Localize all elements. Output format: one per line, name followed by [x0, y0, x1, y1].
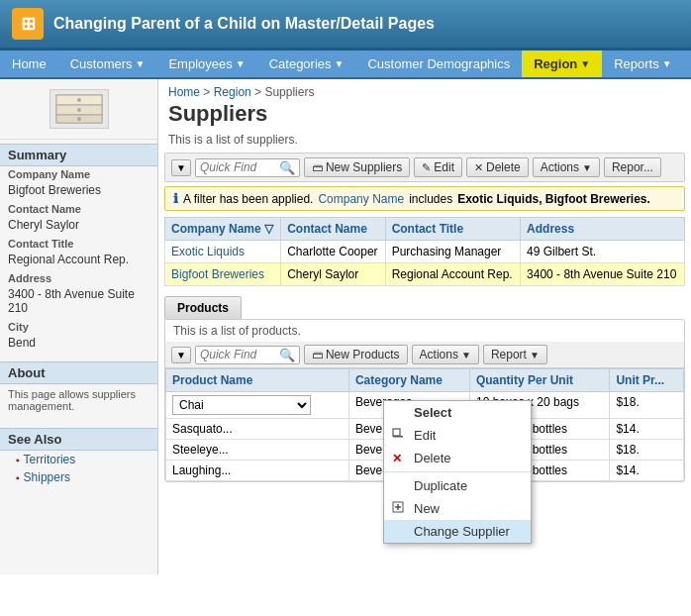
products-table-container: Product Name Category Name Quantity Per …	[165, 368, 684, 481]
sidebar-title-label: Contact Title	[0, 236, 157, 252]
product-name-cell: Laughing...	[166, 461, 349, 481]
app-title: Changing Parent of a Child on Master/Det…	[53, 15, 435, 33]
filter-field-link[interactable]: Company Name	[318, 192, 404, 206]
edit-icon-menu	[392, 428, 404, 443]
product-select[interactable]: Chai	[172, 395, 311, 415]
products-report-btn[interactable]: Report ▼	[483, 345, 547, 364]
col-title[interactable]: Contact Title	[385, 218, 520, 241]
toolbar-dropdown-btn[interactable]: ▼	[171, 159, 191, 176]
title-cell: Purchasing Manager	[385, 241, 520, 263]
context-menu-new[interactable]: New	[384, 497, 531, 520]
filter-bar: ℹ A filter has been applied. Company Nam…	[164, 186, 685, 211]
sidebar-city-label: City	[0, 319, 157, 335]
sidebar-city-value: Bend	[0, 335, 157, 354]
new-products-btn[interactable]: 🗃 New Products	[304, 345, 408, 364]
table-row: Exotic Liquids Charlotte Cooper Purchasi…	[165, 241, 685, 263]
sidebar-address-label: Address	[0, 270, 157, 286]
products-description: This is a list of products.	[165, 320, 684, 342]
products-tab[interactable]: Products	[164, 296, 242, 319]
nav-membership[interactable]: Membership	[684, 51, 691, 77]
nav-customers[interactable]: Customers▼	[58, 51, 157, 77]
sidebar-icon	[49, 89, 109, 129]
svg-point-5	[77, 108, 81, 112]
app-logo: ⊞	[12, 8, 44, 40]
delete-icon: ✕	[474, 161, 483, 174]
products-content: This is a list of products. ▼ 🔍 🗃 New Pr…	[164, 319, 685, 482]
col-qty[interactable]: Quantity Per Unit	[469, 369, 609, 392]
delete-icon-menu: ✕	[392, 452, 402, 465]
nav-categories[interactable]: Categories▼	[257, 51, 356, 77]
col-contact[interactable]: Contact Name	[281, 218, 385, 241]
sidebar-link-shippers[interactable]: Shippers	[0, 468, 157, 486]
sidebar-summary-title: Summary	[0, 144, 157, 166]
nav-customer-demographics[interactable]: Customer Demographics	[355, 51, 522, 77]
col-address[interactable]: Address	[521, 218, 685, 241]
products-search-input[interactable]	[200, 348, 279, 361]
edit-btn[interactable]: ✎ Edit	[414, 157, 462, 177]
products-actions-btn[interactable]: Actions ▼	[412, 345, 479, 364]
breadcrumb-region[interactable]: Region	[214, 85, 251, 99]
context-menu-select[interactable]: Select	[384, 401, 531, 424]
actions-btn[interactable]: Actions ▼	[533, 157, 600, 177]
sidebar-about-title: About	[0, 361, 157, 384]
breadcrumb: Home > Region > Suppliers	[158, 79, 691, 101]
context-menu-duplicate[interactable]: Duplicate	[384, 474, 531, 497]
sidebar-contact-label: Contact Name	[0, 201, 157, 217]
nav-reports[interactable]: Reports▼	[602, 51, 683, 77]
products-report-arrow: ▼	[530, 350, 540, 360]
new-products-icon: 🗃	[312, 349, 323, 360]
app-header: ⊞ Changing Parent of a Child on Master/D…	[0, 0, 691, 51]
col-price[interactable]: Unit Pr...	[610, 369, 684, 392]
sidebar-see-also-title: See Also	[0, 428, 157, 451]
suppliers-table-wrapper: Company Name ▽ Contact Name Contact Titl…	[164, 215, 685, 286]
svg-point-4	[77, 98, 81, 102]
search-box[interactable]: 🔍	[195, 158, 300, 177]
suppliers-table: Company Name ▽ Contact Name Contact Titl…	[164, 217, 685, 286]
col-category[interactable]: Category Name	[348, 369, 469, 392]
price-cell: $14.	[610, 461, 684, 481]
sidebar-icon-box	[0, 79, 157, 140]
col-product-name[interactable]: Product Name	[166, 369, 349, 392]
nav-bar: Home Customers▼ Employees▼ Categories▼ C…	[0, 51, 691, 79]
address-cell: 3400 - 8th Avenue Suite 210	[521, 263, 685, 286]
sidebar-see-also: See Also Territories Shippers	[0, 424, 157, 490]
context-menu: Select Edit ✕ Delete	[383, 400, 532, 544]
context-menu-change-supplier[interactable]: Change Supplier	[384, 520, 531, 543]
products-dropdown-btn[interactable]: ▼	[171, 347, 191, 363]
search-input[interactable]	[200, 160, 279, 174]
supplier-link-bigfoot[interactable]: Bigfoot Breweries	[171, 267, 264, 281]
context-menu-edit[interactable]: Edit	[384, 424, 531, 447]
sidebar-summary: Summary Company Name Bigfoot Breweries C…	[0, 140, 157, 358]
filter-values: Exotic Liquids, Bigfoot Breweries.	[457, 192, 650, 206]
menu-divider	[384, 471, 531, 472]
contact-cell: Charlotte Cooper	[281, 241, 385, 263]
search-icon: 🔍	[279, 160, 295, 175]
sidebar-contact-value: Cheryl Saylor	[0, 217, 157, 236]
nav-home[interactable]: Home	[0, 51, 58, 77]
delete-btn[interactable]: ✕ Delete	[466, 157, 529, 177]
breadcrumb-home[interactable]: Home	[168, 85, 200, 99]
actions-dropdown-icon: ▼	[582, 162, 592, 173]
context-menu-delete[interactable]: ✕ Delete	[384, 447, 531, 469]
sidebar-link-territories[interactable]: Territories	[0, 451, 157, 468]
new-suppliers-btn[interactable]: 🗃 New Suppliers	[304, 157, 410, 177]
main-layout: Summary Company Name Bigfoot Breweries C…	[0, 79, 691, 574]
sidebar-address-value: 3400 - 8th Avenue Suite 210	[0, 286, 157, 319]
nav-employees[interactable]: Employees▼	[156, 51, 256, 77]
products-search-box[interactable]: 🔍	[195, 346, 300, 364]
info-icon: ℹ	[173, 191, 178, 206]
supplier-link-exotic[interactable]: Exotic Liquids	[171, 245, 245, 258]
col-company[interactable]: Company Name ▽	[165, 218, 281, 241]
new-icon-menu	[392, 501, 404, 516]
content-area: Home > Region > Suppliers Suppliers This…	[158, 79, 691, 574]
page-title: Suppliers	[158, 101, 691, 133]
report-btn[interactable]: Repor...	[604, 157, 661, 177]
product-name-cell: Chai	[166, 392, 349, 419]
sidebar-title-value: Regional Account Rep.	[0, 252, 157, 270]
title-cell: Regional Account Rep.	[385, 263, 520, 286]
address-cell: 49 Gilbert St.	[521, 241, 685, 263]
price-cell: $14.	[610, 419, 684, 440]
products-search-icon: 🔍	[279, 348, 295, 362]
products-toolbar: ▼ 🔍 🗃 New Products Actions ▼ Report	[165, 342, 684, 368]
nav-region[interactable]: Region▼	[522, 51, 602, 77]
